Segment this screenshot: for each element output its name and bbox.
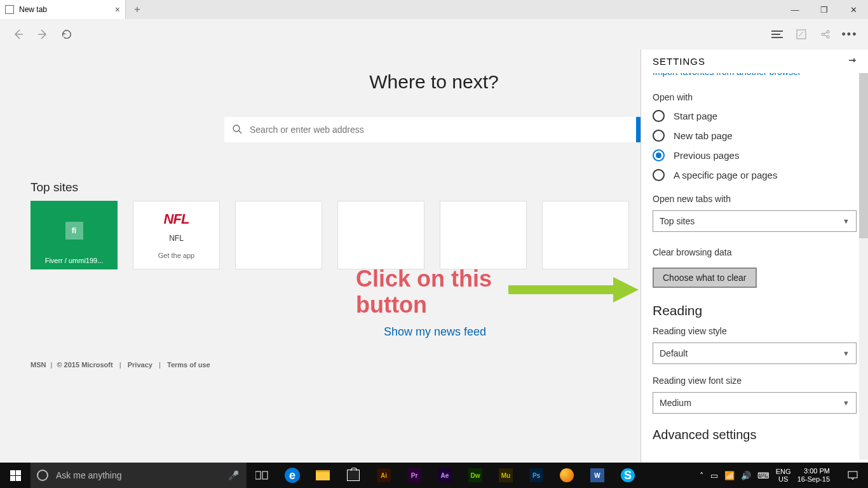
radio-icon <box>653 149 665 161</box>
taskbar-app-word[interactable]: W <box>582 463 613 488</box>
taskbar-app-dreamweaver[interactable]: Dw <box>460 463 491 488</box>
more-button[interactable]: ••• <box>837 22 862 46</box>
tile-favicon: fi <box>65 222 83 240</box>
windows-logo-icon <box>10 470 21 481</box>
taskbar-app-explorer[interactable] <box>308 463 338 488</box>
chevron-down-icon: ▼ <box>843 217 850 225</box>
refresh-button[interactable] <box>55 22 79 46</box>
taskbar-app-premiere[interactable]: Pr <box>399 463 430 488</box>
taskbar-app-illustrator[interactable]: Ai <box>369 463 399 488</box>
top-site-tile-fiverr[interactable]: fi Fiverr / ummi199... <box>31 201 118 269</box>
taskbar-app-aftereffects[interactable]: Ae <box>430 463 460 488</box>
reading-font-select[interactable]: Medium ▼ <box>653 392 857 414</box>
hub-button[interactable] <box>765 22 789 46</box>
open-tabs-select[interactable]: Top sites ▼ <box>653 210 857 232</box>
share-button[interactable] <box>813 22 837 46</box>
search-input[interactable] <box>224 117 644 142</box>
tab-close-icon[interactable]: × <box>115 4 120 15</box>
start-button[interactable] <box>0 463 31 488</box>
taskbar-app-edge[interactable]: e <box>277 463 308 488</box>
webnote-icon <box>796 29 807 40</box>
tray-keyboard-icon[interactable]: ⌨ <box>757 471 770 480</box>
action-center-button[interactable] <box>840 463 865 488</box>
scrollbar-thumb[interactable] <box>859 73 868 238</box>
lang-line2: US <box>776 475 791 483</box>
settings-body: Import favorites from another browser Op… <box>641 73 868 459</box>
titlebar: New tab × + — ❐ ✕ <box>0 0 868 19</box>
forward-button[interactable] <box>31 22 55 46</box>
radio-label: New tab page <box>674 130 733 141</box>
chevron-down-icon: ▼ <box>843 349 850 357</box>
annotation-text: Click on this button <box>356 266 492 318</box>
search-bar <box>224 117 644 142</box>
svg-point-4 <box>233 125 240 132</box>
svg-rect-8 <box>262 471 268 479</box>
tile-label: NFL <box>169 234 184 243</box>
radio-new-tab-page[interactable]: New tab page <box>653 130 857 142</box>
cortana-search[interactable]: Ask me anything 🎤 <box>31 463 247 488</box>
tab-title: New tab <box>19 5 47 14</box>
tray-volume-icon[interactable]: 🔊 <box>741 471 751 480</box>
taskbar-app-muse[interactable]: Mu <box>491 463 521 488</box>
svg-marker-6 <box>613 277 639 302</box>
top-site-tile-empty[interactable] <box>235 201 322 269</box>
tray-clock[interactable]: 3:00 PM 16-Sep-15 <box>797 467 834 484</box>
top-site-tile-empty[interactable] <box>542 201 629 269</box>
radio-specific-page[interactable]: A specific page or pages <box>653 169 857 181</box>
close-button[interactable]: ✕ <box>839 0 868 19</box>
tray-battery-icon[interactable]: ▭ <box>710 471 718 480</box>
top-site-tile-empty[interactable] <box>337 201 424 269</box>
new-tab-button[interactable]: + <box>126 0 149 19</box>
annotation-line: Click on this <box>356 266 492 292</box>
taskbar-app-skype[interactable]: S <box>613 463 643 488</box>
tile-label: Fiverr / ummi199... <box>45 257 104 264</box>
top-site-tile-nfl[interactable]: NFL NFL Get the app <box>133 201 220 269</box>
taskbar-app-photoshop[interactable]: Ps <box>521 463 552 488</box>
share-icon <box>820 29 831 40</box>
pin-icon[interactable] <box>848 56 857 67</box>
reading-heading: Reading <box>653 303 857 318</box>
taskbar-app-store[interactable] <box>338 463 369 488</box>
annotation-line: button <box>356 292 492 318</box>
import-favorites-link[interactable]: Import favorites from another browser <box>653 73 857 77</box>
task-view-button[interactable] <box>247 463 277 488</box>
show-news-feed-link[interactable]: Show my news feed <box>384 325 486 339</box>
choose-what-to-clear-button[interactable]: Choose what to clear <box>653 268 757 288</box>
footer-links: MSN | © 2015 Microsoft | Privacy | Terms… <box>31 361 210 369</box>
maximize-button[interactable]: ❐ <box>810 0 839 19</box>
reading-font-label: Reading view font size <box>653 376 857 386</box>
notification-icon <box>847 470 858 481</box>
taskbar-app-firefox[interactable] <box>552 463 582 488</box>
reading-style-select[interactable]: Default ▼ <box>653 342 857 364</box>
tray-language[interactable]: ENG US <box>776 468 791 483</box>
tray-chevron-up-icon[interactable]: ˄ <box>700 471 704 480</box>
ellipsis-icon: ••• <box>842 28 858 41</box>
taskbar-apps: e Ai Pr Ae Dw Mu Ps W S <box>247 463 643 488</box>
footer-copyright: © 2015 Microsoft <box>57 361 112 369</box>
footer-terms-link[interactable]: Terms of use <box>167 361 210 369</box>
select-value: Medium <box>660 398 691 408</box>
advanced-settings-heading: Advanced settings <box>653 428 857 442</box>
chevron-down-icon: ▼ <box>843 399 850 407</box>
select-value: Default <box>660 348 688 358</box>
arrow-right-icon <box>36 28 49 41</box>
tile-sublabel: Get the app <box>158 252 195 259</box>
footer-privacy-link[interactable]: Privacy <box>128 361 153 369</box>
tab-favicon <box>5 5 14 14</box>
open-with-label: Open with <box>653 92 857 102</box>
back-button[interactable] <box>6 22 31 46</box>
settings-header: SETTINGS <box>641 50 868 73</box>
open-tabs-label: Open new tabs with <box>653 194 857 204</box>
svg-point-2 <box>827 30 829 33</box>
radio-start-page[interactable]: Start page <box>653 110 857 122</box>
minimize-button[interactable]: — <box>780 0 810 19</box>
settings-title: SETTINGS <box>653 56 705 67</box>
radio-previous-pages[interactable]: Previous pages <box>653 149 857 161</box>
top-site-tile-empty[interactable] <box>440 201 527 269</box>
tray-network-icon[interactable]: 📶 <box>724 471 735 480</box>
webnote-button[interactable] <box>789 22 813 46</box>
radio-icon <box>653 169 665 181</box>
microphone-icon[interactable]: 🎤 <box>228 470 239 480</box>
browser-tab[interactable]: New tab × <box>0 0 126 19</box>
lang-line1: ENG <box>776 468 791 475</box>
